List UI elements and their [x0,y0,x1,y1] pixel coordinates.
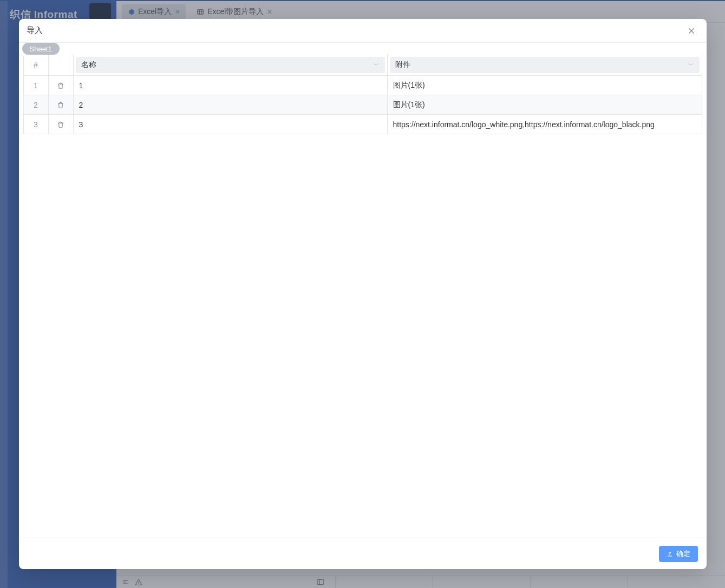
cell-index: 3 [24,114,49,134]
chevron-down-icon: ﹀ [688,61,694,70]
col-header-name-label: 名称 [81,60,96,70]
delete-row-button[interactable] [57,82,64,89]
modal-overlay: 导入 Sheet1 # 名称 ﹀ [0,0,725,588]
table-head: # 名称 ﹀ 附件 ﹀ [24,55,702,75]
cell-delete [49,75,74,95]
col-header-blank [49,55,74,75]
import-modal: 导入 Sheet1 # 名称 ﹀ [19,19,707,569]
cell-attachment[interactable]: 图片(1张) [388,75,702,95]
cell-name[interactable]: 3 [74,114,388,134]
table-row: 2 2 图片(1张) [24,95,702,114]
modal-header: 导入 [19,19,707,43]
confirm-button[interactable]: 确定 [659,546,698,562]
cell-index: 1 [24,75,49,95]
col-header-name-select[interactable]: 名称 ﹀ [76,57,385,73]
modal-title: 导入 [27,25,43,36]
trash-icon [57,101,64,109]
sheet-tab[interactable]: Sheet1 [22,43,60,55]
cell-attachment[interactable]: 图片(1张) [388,95,702,114]
trash-icon [57,82,64,89]
cell-index: 2 [24,95,49,114]
delete-row-button[interactable] [57,101,64,109]
col-header-name: 名称 ﹀ [74,55,388,75]
sheet-tabs-row: Sheet1 [19,43,707,55]
delete-row-button[interactable] [57,121,64,128]
chevron-down-icon: ﹀ [373,61,380,70]
cell-delete [49,95,74,114]
col-header-attachment: 附件 ﹀ [388,55,702,75]
upload-icon [667,551,673,557]
modal-body: # 名称 ﹀ 附件 ﹀ [19,55,707,538]
trash-icon [57,121,64,128]
cell-name[interactable]: 1 [74,75,388,95]
cell-delete [49,114,74,134]
import-table: # 名称 ﹀ 附件 ﹀ [23,55,702,134]
modal-close-button[interactable] [684,23,699,38]
cell-attachment[interactable]: https://next.informat.cn/logo_white.png,… [388,114,702,134]
cell-name[interactable]: 2 [74,95,388,114]
table-row: 3 3 https://next.informat.cn/logo_white.… [24,114,702,134]
col-header-index: # [24,55,49,75]
col-header-attachment-select[interactable]: 附件 ﹀ [390,57,700,73]
modal-footer: 确定 [19,538,707,569]
table-row: 1 1 图片(1张) [24,75,702,95]
confirm-button-label: 确定 [676,549,690,559]
col-header-attachment-label: 附件 [395,60,410,70]
